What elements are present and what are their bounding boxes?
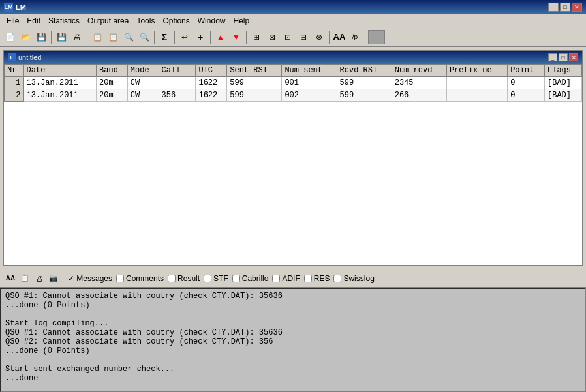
cell-nr: 2 bbox=[5, 89, 24, 102]
inner-app-icon: L bbox=[8, 53, 16, 61]
toolbar: 📄 📂 💾 💾 🖨 📋 📋 🔍 🔍 Σ ↩ + ▲ ▼ ⊞ ⊠ ⊡ ⊟ ⊛ AA… bbox=[0, 27, 586, 47]
tab-res[interactable]: RES bbox=[304, 274, 330, 283]
search2-button[interactable]: 🔍 bbox=[137, 30, 151, 44]
tab-comments-label: Comments bbox=[126, 274, 164, 283]
main-area: L untitled _ □ ✕ Nr Date Band Mode Call bbox=[0, 47, 586, 392]
slash-p-button[interactable]: /p bbox=[348, 30, 362, 44]
down-button[interactable]: ▼ bbox=[229, 30, 243, 44]
inner-close-button[interactable]: ✕ bbox=[569, 53, 578, 61]
inner-title-bar: L untitled _ □ ✕ bbox=[4, 51, 582, 64]
open-button[interactable]: 📂 bbox=[18, 30, 33, 44]
tab-result[interactable]: Result bbox=[168, 274, 200, 283]
tab-cabrillo-label: Cabrillo bbox=[242, 274, 269, 283]
cell-num_rcvd: 266 bbox=[392, 89, 446, 102]
gray-button[interactable] bbox=[368, 30, 385, 44]
separator-6 bbox=[246, 31, 247, 44]
menu-statistics[interactable]: Statistics bbox=[44, 15, 84, 27]
inner-maximize-button[interactable]: □ bbox=[559, 53, 568, 61]
bottom-icon4[interactable]: 📷 bbox=[47, 272, 60, 285]
cell-rcvd_rst: 599 bbox=[337, 89, 392, 102]
minimize-button[interactable]: _ bbox=[548, 3, 559, 12]
cell-flags: [BAD] bbox=[545, 77, 582, 89]
bottom-icons: AA 📋 🖨 📷 bbox=[4, 272, 64, 285]
maximize-button[interactable]: □ bbox=[560, 3, 570, 12]
cell-mode: CW bbox=[127, 89, 159, 102]
menu-options[interactable]: Options bbox=[159, 15, 193, 27]
title-bar-left: LM LM bbox=[4, 3, 26, 12]
bottom-icon2[interactable]: 📋 bbox=[18, 272, 31, 285]
tab-swisslog-checkbox[interactable] bbox=[333, 275, 341, 282]
tab-adif-checkbox[interactable] bbox=[272, 275, 280, 282]
bottom-panel: AA 📋 🖨 📷 ✓ Messages Comments Result STF bbox=[0, 269, 586, 392]
col-header-date: Date bbox=[23, 65, 96, 77]
font-button[interactable]: AA bbox=[332, 30, 347, 44]
log-table-container: Nr Date Band Mode Call UTC Sent RST Num … bbox=[4, 64, 582, 265]
separator-1 bbox=[51, 31, 52, 44]
cell-date: 13.Jan.2011 bbox=[23, 89, 96, 102]
tab-cabrillo[interactable]: Cabrillo bbox=[232, 274, 269, 283]
add-button[interactable]: + bbox=[193, 30, 208, 44]
tab-result-checkbox[interactable] bbox=[168, 275, 176, 282]
cell-prefix_ne bbox=[446, 89, 507, 102]
menu-help[interactable]: Help bbox=[229, 15, 253, 27]
cell-flags: [BAD] bbox=[545, 89, 582, 102]
close-button[interactable]: ✕ bbox=[572, 3, 582, 12]
copy-button[interactable]: 📋 bbox=[90, 30, 104, 44]
title-bar: LM LM _ □ ✕ bbox=[0, 0, 586, 14]
cell-num_sent: 002 bbox=[282, 89, 337, 102]
separator-4 bbox=[174, 31, 175, 44]
sum-button[interactable]: Σ bbox=[157, 30, 172, 44]
table-body: 113.Jan.201120mCW35636162259900159923450… bbox=[5, 77, 582, 102]
inner-window-title: untitled bbox=[18, 53, 41, 61]
inner-window: L untitled _ □ ✕ Nr Date Band Mode Call bbox=[3, 50, 583, 266]
separator-5 bbox=[210, 31, 211, 44]
new-button[interactable]: 📄 bbox=[3, 30, 17, 44]
tab-messages[interactable]: ✓ Messages bbox=[68, 274, 112, 283]
separator-7 bbox=[329, 31, 330, 44]
tool4-button[interactable]: ⊟ bbox=[296, 30, 311, 44]
tool5-button[interactable]: ⊛ bbox=[312, 30, 326, 44]
tool1-button[interactable]: ⊞ bbox=[249, 30, 264, 44]
tab-res-checkbox[interactable] bbox=[304, 275, 312, 282]
cell-point: 0 bbox=[508, 77, 545, 89]
up-button[interactable]: ▲ bbox=[213, 30, 228, 44]
save-red-button[interactable]: 💾 bbox=[34, 30, 48, 44]
tab-comments-checkbox[interactable] bbox=[116, 275, 124, 282]
tab-result-label: Result bbox=[177, 274, 200, 283]
tab-swisslog[interactable]: Swisslog bbox=[333, 274, 374, 283]
menu-tools[interactable]: Tools bbox=[132, 15, 159, 27]
print-button[interactable]: 🖨 bbox=[70, 30, 84, 44]
undo-button[interactable]: ↩ bbox=[177, 30, 192, 44]
col-header-prefix-ne: Prefix ne bbox=[446, 65, 507, 77]
menu-window[interactable]: Window bbox=[194, 15, 230, 27]
log-output[interactable]: QSO #1: Cannot associate with coutry (ch… bbox=[0, 288, 586, 392]
cell-utc: 1622 bbox=[196, 77, 227, 89]
tab-cabrillo-checkbox[interactable] bbox=[232, 275, 240, 282]
separator-2 bbox=[87, 31, 87, 44]
col-header-num-sent: Num sent bbox=[282, 65, 337, 77]
col-header-flags: Flags bbox=[545, 65, 582, 77]
tab-swisslog-label: Swisslog bbox=[343, 274, 374, 283]
cell-num_sent: 001 bbox=[282, 77, 337, 89]
tool2-button[interactable]: ⊠ bbox=[265, 30, 279, 44]
separator-3 bbox=[154, 31, 155, 44]
col-header-band: Band bbox=[97, 65, 128, 77]
menu-file[interactable]: File bbox=[3, 15, 23, 27]
col-header-num-rcvd: Num rcvd bbox=[392, 65, 446, 77]
paste-button[interactable]: 📋 bbox=[106, 30, 120, 44]
save-button[interactable]: 💾 bbox=[54, 30, 69, 44]
bottom-icon1[interactable]: AA bbox=[4, 272, 17, 285]
tool3-button[interactable]: ⊡ bbox=[281, 30, 295, 44]
inner-minimize-button[interactable]: _ bbox=[548, 53, 557, 61]
table-row[interactable]: 213.Jan.201120mCW35616225990025992660[BA… bbox=[5, 89, 582, 102]
menu-edit[interactable]: Edit bbox=[23, 15, 44, 27]
menu-output-area[interactable]: Output area bbox=[84, 15, 132, 27]
search-button[interactable]: 🔍 bbox=[121, 30, 136, 44]
tab-adif[interactable]: ADIF bbox=[272, 274, 300, 283]
tab-comments[interactable]: Comments bbox=[116, 274, 164, 283]
table-row[interactable]: 113.Jan.201120mCW35636162259900159923450… bbox=[5, 77, 582, 89]
tab-stf[interactable]: STF bbox=[204, 274, 228, 283]
app-icon: LM bbox=[4, 3, 13, 12]
tab-stf-checkbox[interactable] bbox=[204, 275, 211, 282]
bottom-icon3[interactable]: 🖨 bbox=[33, 272, 46, 285]
